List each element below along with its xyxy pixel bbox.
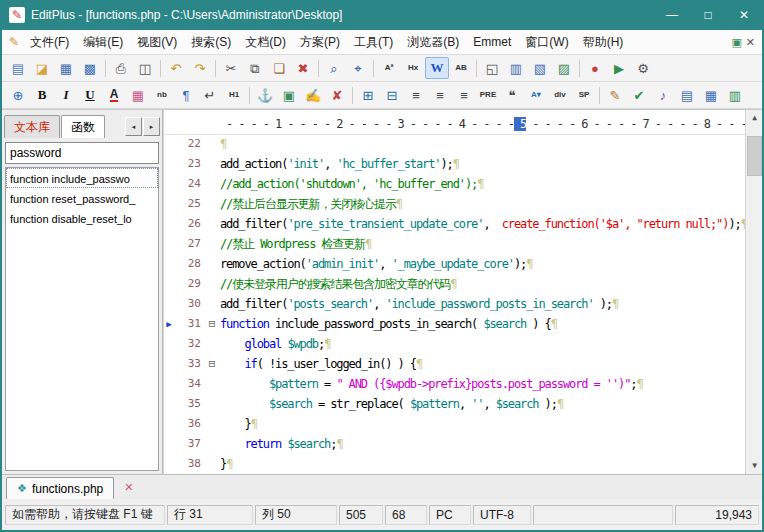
line-number: 38 — [174, 454, 204, 474]
output-panel-button[interactable]: ▨ — [552, 57, 576, 79]
maximize-button[interactable]: □ — [690, 0, 726, 30]
scroll-thumb[interactable] — [747, 136, 762, 176]
cut-button[interactable]: ✂ — [219, 57, 243, 79]
settings-button[interactable]: ⚙ — [631, 57, 655, 79]
new-file-button-icon: ▤ — [12, 62, 24, 75]
print-preview-button[interactable]: ◫ — [133, 57, 157, 79]
toolbar-separator — [318, 60, 319, 77]
delete-button[interactable]: ✖ — [291, 57, 315, 79]
image-button-icon: ▣ — [283, 89, 295, 102]
pre-button[interactable]: PRE — [476, 84, 500, 106]
menu-item[interactable]: 文件(F) — [23, 31, 76, 54]
quote-button[interactable]: ❝ — [500, 84, 524, 106]
menu-item[interactable]: 窗口(W) — [518, 31, 575, 54]
nbsp-button[interactable]: nb — [150, 84, 174, 106]
scroll-up-button[interactable]: ▲ — [746, 110, 762, 126]
menu-item[interactable]: 视图(V) — [130, 31, 184, 54]
list-item[interactable]: function include_passwo — [6, 168, 158, 188]
fold-collapse-icon[interactable]: ⊟ — [204, 354, 220, 374]
align-right-button[interactable]: ≡ — [452, 84, 476, 106]
wrap-guide-button[interactable]: AB — [449, 57, 473, 79]
menu-item[interactable]: 编辑(E) — [76, 31, 130, 54]
list-item[interactable]: function disable_reset_lo — [6, 208, 158, 228]
vertical-scrollbar[interactable]: ▲ ▼ — [745, 110, 762, 474]
cliptext-panel-button[interactable]: ▥ — [504, 57, 528, 79]
span-button[interactable]: SP — [572, 84, 596, 106]
play-macro-button[interactable]: ▶ — [607, 57, 631, 79]
save-all-button[interactable]: ▩ — [78, 57, 102, 79]
align-center-button[interactable]: ≡ — [428, 84, 452, 106]
copy-button[interactable]: ⧉ — [243, 57, 267, 79]
chart-button[interactable]: ▥ — [723, 84, 747, 106]
signature-button[interactable]: ✍ — [301, 84, 325, 106]
grid-button[interactable]: ▦ — [699, 84, 723, 106]
code-area[interactable]: 22¶23add_action('init', 'hc_buffer_start… — [164, 134, 746, 474]
music-button[interactable]: ♪ — [651, 84, 675, 106]
font-size-button[interactable]: A▾ — [524, 84, 548, 106]
paste-button[interactable]: ❏ — [267, 57, 291, 79]
sidebar-tab[interactable]: 函数 — [61, 115, 105, 138]
line-break-button[interactable]: ↵ — [198, 84, 222, 106]
redo-button[interactable]: ↷ — [188, 57, 212, 79]
image-button[interactable]: ▣ — [277, 84, 301, 106]
div-button[interactable]: div — [548, 84, 572, 106]
sidebar-tab[interactable]: 文本库 — [4, 115, 60, 138]
function-search-input[interactable] — [5, 142, 159, 164]
fullscreen-button[interactable]: ◱ — [480, 57, 504, 79]
open-file-button[interactable]: ◪ — [30, 57, 54, 79]
code-line: 36 }¶ — [164, 414, 746, 434]
line-number: 32 — [174, 334, 204, 354]
table-button[interactable]: ⊞ — [356, 84, 380, 106]
directory-panel-button[interactable]: ▧ — [528, 57, 552, 79]
tab-scroll-right-button[interactable]: ▸ — [143, 117, 160, 136]
document-tab-functions-php[interactable]: ❖ functions.php — [6, 477, 114, 499]
italic-button[interactable]: I — [54, 84, 78, 106]
menu-item[interactable]: 方案(P) — [293, 31, 347, 54]
highlight-button[interactable]: ▦ — [126, 84, 150, 106]
menu-item[interactable]: 搜索(S) — [184, 31, 238, 54]
code-token: 'pre_site_transient_update_core' — [287, 217, 483, 231]
bold-button[interactable]: B — [30, 84, 54, 106]
code-token: ¶ — [551, 317, 557, 331]
hex-view-button[interactable]: Hx — [401, 57, 425, 79]
replace-button[interactable]: ⌖ — [346, 57, 370, 79]
menu-item[interactable]: 帮助(H) — [576, 31, 631, 54]
case-toggle-button[interactable]: Aª — [377, 57, 401, 79]
new-file-button[interactable]: ▤ — [6, 57, 30, 79]
font-color-button[interactable]: A — [102, 84, 126, 106]
check-button[interactable]: ✔ — [627, 84, 651, 106]
menu-item[interactable]: 工具(T) — [347, 31, 400, 54]
word-wrap-button[interactable]: W — [425, 57, 449, 79]
tab-scroll-left-button[interactable]: ◂ — [125, 117, 142, 136]
print-button[interactable]: ⎙ — [109, 57, 133, 79]
remove-format-button[interactable]: ✘ — [325, 84, 349, 106]
menu-item[interactable]: 浏览器(B) — [400, 31, 466, 54]
pilcrow-button[interactable]: ¶ — [174, 84, 198, 106]
child-close-button[interactable]: ✕ — [746, 36, 755, 49]
menu-item[interactable]: Emmet — [466, 31, 518, 54]
edit-script-button[interactable]: ✎ — [603, 84, 627, 106]
editor[interactable]: - - - - 1 - - - - 2 - - - - 3 - - - - 4 … — [163, 110, 762, 474]
scroll-down-button[interactable]: ▼ — [746, 458, 762, 474]
list-item[interactable]: function reset_password_ — [6, 188, 158, 208]
child-restore-button[interactable]: ▣ — [731, 36, 741, 49]
record-macro-button[interactable]: ● — [583, 57, 607, 79]
heading-button[interactable]: H1 — [222, 84, 246, 106]
save-button[interactable]: ▦ — [54, 57, 78, 79]
close-button[interactable]: ✕ — [726, 0, 762, 30]
minimize-button[interactable]: — — [654, 0, 690, 30]
fold-collapse-icon[interactable]: ⊟ — [204, 314, 220, 334]
undo-button[interactable]: ↶ — [164, 57, 188, 79]
menu-item[interactable]: 文档(D) — [238, 31, 293, 54]
tab-close-button[interactable]: ✕ — [120, 481, 137, 494]
delete-button-icon: ✖ — [298, 62, 309, 75]
align-left-button[interactable]: ≡ — [404, 84, 428, 106]
table-row-button[interactable]: ⊟ — [380, 84, 404, 106]
browser-preview-button[interactable]: ⊕ — [6, 84, 30, 106]
layout-button[interactable]: ▤ — [675, 84, 699, 106]
underline-button[interactable]: U — [78, 84, 102, 106]
find-button[interactable]: ⌕ — [322, 57, 346, 79]
case-toggle-button-icon: Aª — [385, 64, 394, 72]
code-token: ¶ — [557, 397, 563, 411]
anchor-button[interactable]: ⚓ — [253, 84, 277, 106]
